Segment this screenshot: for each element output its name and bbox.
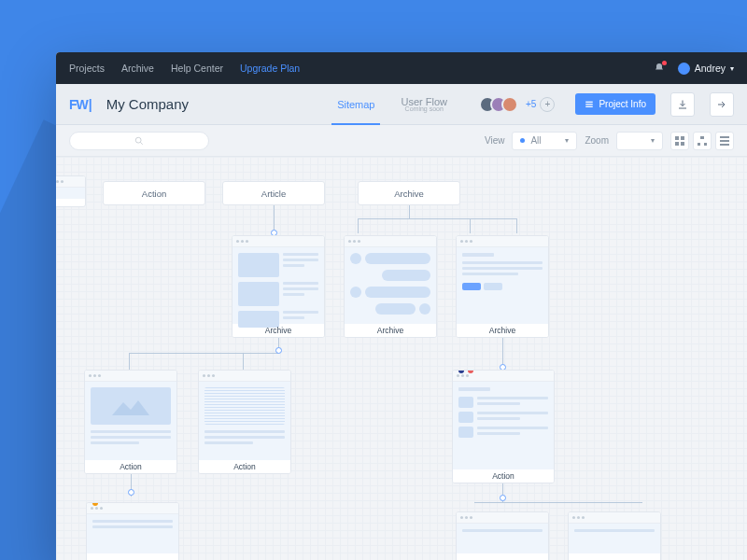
connector (358, 218, 516, 219)
collaborators: +5 + (479, 96, 555, 113)
connector (129, 353, 278, 354)
collab-more-count[interactable]: +5 (526, 99, 536, 109)
svg-rect-0 (586, 101, 594, 102)
page-chip[interactable]: Action (103, 181, 205, 205)
connector-node[interactable] (128, 489, 134, 496)
tab-user-flow[interactable]: User FlowComing soon (388, 84, 460, 125)
zoom-label: Zoom (585, 135, 609, 146)
svg-rect-8 (700, 136, 704, 139)
svg-rect-7 (681, 142, 684, 146)
project-info-button[interactable]: Project Info (575, 93, 655, 115)
svg-rect-2 (586, 105, 594, 106)
connector (243, 353, 244, 370)
zoom-dropdown[interactable]: ▾ (616, 132, 663, 150)
view-grid-button[interactable] (670, 132, 689, 150)
connector (516, 218, 517, 233)
page-card[interactable]: Archive (232, 235, 325, 338)
page-chip[interactable]: Archive (358, 181, 460, 205)
collab-avatar[interactable] (501, 96, 518, 113)
view-list-button[interactable] (715, 132, 734, 150)
svg-rect-12 (720, 140, 729, 142)
connector-node[interactable] (500, 495, 506, 501)
svg-rect-10 (704, 143, 707, 146)
tab-sitemap[interactable]: Sitemap (324, 84, 388, 125)
connector (358, 218, 359, 233)
connector (470, 218, 471, 233)
view-filter-dropdown[interactable]: All ▾ (512, 132, 577, 150)
page-card[interactable] (56, 175, 86, 207)
chevron-down-icon: ▾ (651, 136, 655, 145)
list-icon (585, 100, 594, 109)
view-tree-button[interactable] (693, 132, 712, 150)
page-card[interactable]: Archive (344, 235, 437, 338)
app-logo: FW| (69, 97, 92, 112)
sitemap-canvas[interactable]: Action Article Archive Archive (56, 157, 747, 560)
svg-rect-1 (586, 104, 594, 105)
connector (129, 353, 130, 370)
download-icon (677, 99, 688, 110)
svg-rect-4 (675, 136, 679, 140)
user-avatar-icon (678, 63, 690, 75)
svg-rect-11 (720, 136, 729, 138)
top-nav: Projects Archive Help Center Upgrade Pla… (56, 52, 747, 84)
connector (409, 205, 410, 218)
export-button[interactable] (670, 92, 695, 117)
nav-help-center[interactable]: Help Center (171, 63, 223, 74)
page-card[interactable]: Action (452, 370, 555, 483)
connector-node[interactable] (275, 347, 282, 354)
user-name: Andrey (695, 63, 726, 74)
page-card[interactable]: Action (84, 370, 177, 474)
add-collaborator-button[interactable]: + (540, 97, 555, 112)
svg-point-3 (135, 137, 141, 143)
view-label: View (485, 135, 505, 146)
project-header: FW| My Company Sitemap User FlowComing s… (56, 84, 747, 125)
svg-rect-6 (675, 142, 679, 146)
search-input[interactable] (69, 132, 209, 150)
search-icon (134, 136, 144, 146)
page-card[interactable] (456, 511, 549, 560)
nav-upgrade-plan[interactable]: Upgrade Plan (240, 63, 300, 74)
status-dot-icon (520, 138, 525, 143)
chevron-down-icon: ▾ (730, 64, 734, 73)
svg-rect-5 (681, 136, 684, 140)
connector (474, 502, 642, 503)
page-card[interactable] (86, 502, 179, 560)
page-card[interactable]: Archive (456, 235, 549, 338)
share-button[interactable] (710, 92, 734, 117)
app-window: Projects Archive Help Center Upgrade Pla… (56, 52, 747, 560)
company-name: My Company (106, 96, 189, 112)
svg-rect-9 (698, 143, 700, 146)
page-chip[interactable]: Article (222, 181, 325, 205)
page-card[interactable]: Action (198, 370, 291, 474)
svg-rect-13 (720, 144, 729, 146)
user-menu[interactable]: Andrey ▾ (678, 63, 734, 75)
share-icon (716, 99, 727, 110)
page-card[interactable] (568, 511, 661, 560)
nav-archive[interactable]: Archive (121, 63, 154, 74)
nav-projects[interactable]: Projects (69, 63, 105, 74)
canvas-toolbar: View All ▾ Zoom ▾ (56, 125, 747, 157)
chevron-down-icon: ▾ (565, 136, 569, 145)
notifications-icon[interactable] (654, 63, 665, 74)
